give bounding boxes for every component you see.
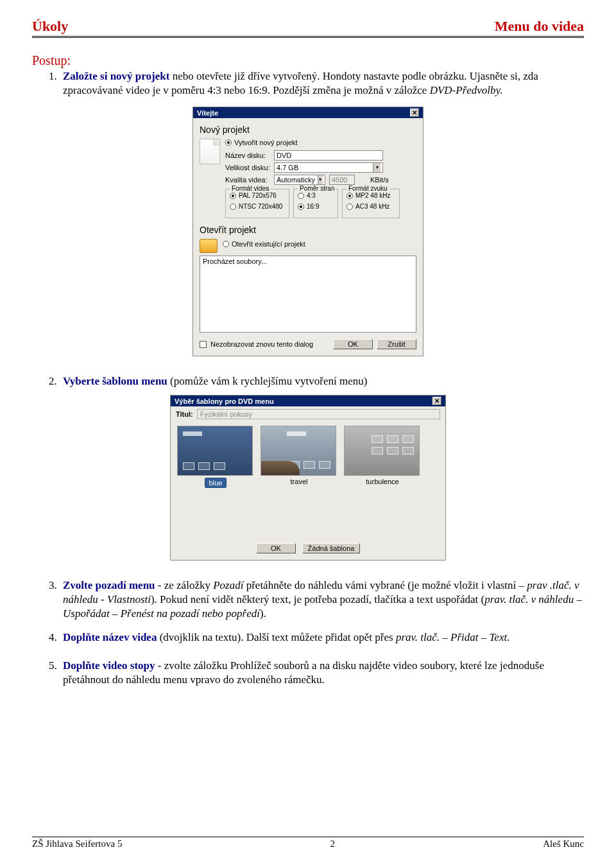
- document-icon: [200, 139, 220, 164]
- step-1-italic: DVD-Předvolby.: [430, 84, 503, 96]
- quality-select[interactable]: Automaticky ▾: [274, 175, 325, 185]
- mp2-radio[interactable]: [346, 193, 353, 199]
- quality-label: Kvalita videa:: [225, 176, 270, 184]
- header-right: Menu do videa: [495, 18, 584, 35]
- step-5-bold: Doplňte video stopy: [63, 659, 155, 672]
- step-4-num: 4.: [49, 631, 63, 645]
- pal-label: PAL 720x576: [239, 192, 277, 199]
- ac3-radio[interactable]: [346, 204, 353, 210]
- step-5-num: 5.: [49, 659, 63, 687]
- titul-input[interactable]: Fyzikální pokusy: [197, 409, 440, 419]
- ok-button[interactable]: OK: [333, 339, 373, 349]
- ntsc-label: NTSC 720x480: [239, 203, 282, 210]
- step-1-bold: Založte si nový projekt: [63, 70, 169, 82]
- welcome-dialog-title: Vítejte: [197, 109, 218, 117]
- quality-value: Automaticky: [277, 176, 315, 184]
- step-3-d: ).: [260, 607, 266, 620]
- step-5: 5. Doplňte video stopy - zvolte záložku …: [49, 659, 584, 687]
- dont-show-label: Nezobrazovat znovu tento dialog: [210, 340, 329, 348]
- close-icon[interactable]: ✕: [432, 397, 441, 405]
- template-travel-label: travel: [291, 478, 308, 485]
- pal-radio[interactable]: [230, 193, 236, 199]
- open-project-section: Otevřít projekt: [200, 225, 416, 235]
- mp2-label: MP2 48 kHz: [355, 192, 390, 199]
- footer-page-number: 2: [330, 839, 336, 849]
- step-4-it1: prav. tlač. – Přidat – Text.: [396, 631, 510, 643]
- close-icon[interactable]: ✕: [410, 109, 419, 117]
- folder-icon: [200, 239, 218, 253]
- dont-show-checkbox[interactable]: [200, 341, 207, 348]
- new-project-section: Nový projekt: [200, 125, 416, 135]
- aspect-group: Poměr stran 4:3 16:9: [293, 189, 338, 218]
- step-2-num: 2.: [49, 374, 63, 388]
- disc-size-select[interactable]: 4.7 GB ▾: [274, 162, 383, 173]
- disc-size-label: Velikost disku:: [225, 164, 270, 171]
- ac3-label: AC3 48 kHz: [355, 203, 389, 210]
- project-listbox[interactable]: Procházet soubory...: [200, 256, 416, 333]
- template-travel-thumb: [261, 426, 336, 476]
- disc-name-input[interactable]: DVD: [274, 150, 383, 161]
- browse-files-item[interactable]: Procházet soubory...: [203, 257, 413, 265]
- step-2-text: (pomůže vám k rychlejšímu vytvoření menu…: [167, 375, 368, 387]
- titul-label: Titul:: [176, 410, 193, 418]
- postup-heading: Postup:: [32, 53, 584, 68]
- step-4: 4. Doplňte název videa (dvojklik na text…: [49, 631, 584, 645]
- open-existing-label: Otevřít existující projekt: [232, 240, 305, 248]
- step-3-it1: Pozadí: [213, 579, 243, 591]
- video-format-group: Formát videa PAL 720x576 NTSC 720x480: [225, 189, 289, 218]
- header-left: Úkoly: [32, 18, 68, 35]
- create-project-label: Vytvořit nový projekt: [234, 139, 298, 146]
- aspect-169-radio[interactable]: [298, 204, 304, 210]
- template-dialog-title: Výběr šablony pro DVD menu: [175, 397, 274, 405]
- open-existing-radio[interactable]: [223, 241, 229, 247]
- template-blue-label: blue: [205, 478, 227, 488]
- template-blue-thumb: [177, 426, 253, 476]
- create-project-radio[interactable]: [225, 139, 232, 146]
- step-3-num: 3.: [49, 578, 63, 621]
- template-travel[interactable]: travel: [261, 426, 338, 488]
- step-1-num: 1.: [49, 69, 63, 98]
- footer-rule: [32, 837, 584, 837]
- step-1: 1. Založte si nový projekt nebo otevřete…: [49, 69, 584, 98]
- aspect-43-label: 4:3: [307, 192, 316, 199]
- chevron-down-icon[interactable]: ▾: [373, 163, 381, 172]
- step-2-bold: Vyberte šablonu menu: [63, 375, 167, 387]
- audio-group: Formát zvuku MP2 48 kHz AC3 48 kHz: [342, 189, 400, 218]
- aspect-title: Poměr stran: [298, 185, 336, 192]
- template-blank-area: [171, 492, 445, 538]
- step-2: 2. Vyberte šablonu menu (pomůže vám k ry…: [49, 374, 584, 388]
- bitrate-unit: KBit/s: [370, 176, 389, 184]
- aspect-43-radio[interactable]: [298, 193, 304, 199]
- step-4-bold: Doplňte název videa: [63, 631, 157, 643]
- aspect-169-label: 16:9: [307, 203, 319, 210]
- disc-name-label: Název disku:: [225, 152, 270, 159]
- cancel-button[interactable]: Zrušit: [377, 339, 416, 349]
- no-template-button[interactable]: Žádná šablona: [302, 543, 360, 553]
- welcome-dialog: Vítejte ✕ Nový projekt Vytvořit nový pro…: [193, 107, 424, 356]
- step-4-a: (dvojklik na textu). Další text můžete p…: [157, 631, 395, 643]
- footer-left: ZŠ Jihlava Seifertova 5: [32, 839, 122, 849]
- video-format-title: Formát videa: [230, 185, 271, 192]
- template-turbulence-label: turbulence: [366, 478, 398, 485]
- header-rule-1: [32, 36, 584, 37]
- ntsc-radio[interactable]: [230, 204, 236, 210]
- header-rule-2: [32, 37, 584, 38]
- footer-right: Aleš Kunc: [543, 839, 584, 849]
- template-turbulence-thumb: [344, 426, 420, 476]
- step-3-bold: Zvolte pozadí menu: [63, 579, 155, 591]
- step-3-c: ). Pokud není vidět některý text, je pot…: [151, 593, 484, 605]
- template-dialog: Výběr šablony pro DVD menu ✕ Titul: Fyzi…: [170, 395, 446, 561]
- template-ok-button[interactable]: OK: [256, 543, 296, 553]
- template-blue[interactable]: blue: [177, 426, 254, 488]
- template-turbulence[interactable]: turbulence: [344, 426, 421, 488]
- step-3-b: přetáhněte do náhledu vámi vybrané (je m…: [243, 579, 527, 591]
- step-3-a: - ze záložky: [155, 579, 214, 591]
- disc-size-value: 4.7 GB: [277, 164, 298, 171]
- bitrate-input: 4500: [329, 175, 355, 185]
- chevron-down-icon[interactable]: ▾: [318, 175, 323, 184]
- step-3: 3. Zvolte pozadí menu - ze záložky Pozad…: [49, 578, 584, 621]
- audio-title: Formát zvuku: [346, 185, 389, 192]
